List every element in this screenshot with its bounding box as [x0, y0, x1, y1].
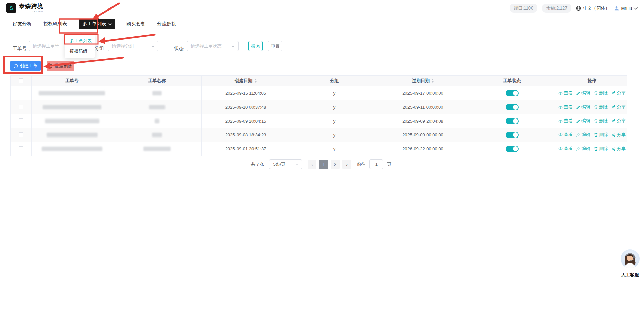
brand-logo: S 泰森跨境 TAISEN	[6, 3, 43, 13]
col-header-expire[interactable]: 过期日期	[379, 76, 467, 86]
share-link[interactable]: 分享	[611, 104, 626, 110]
order-filter-label: 工单号	[13, 43, 27, 53]
row-checkbox[interactable]	[19, 105, 23, 109]
eye-icon	[558, 133, 563, 137]
share-link[interactable]: 分享	[611, 146, 626, 152]
redacted-order-name	[143, 147, 171, 151]
top-header: S 泰森跨境 TAISEN 端口:1100 余额:2.127 中文（简体）	[0, 0, 644, 16]
redacted-order-no	[42, 147, 102, 151]
select-all-checkbox[interactable]	[19, 78, 23, 83]
next-page-button[interactable]: ›	[342, 160, 351, 169]
select-caret-icon	[151, 44, 155, 48]
user-icon	[614, 6, 619, 11]
delete-link[interactable]: 删除	[594, 90, 608, 96]
chevron-down-icon	[108, 22, 112, 25]
svg-text:S: S	[10, 5, 13, 11]
col-header-created[interactable]: 创建日期	[202, 76, 290, 86]
delete-link[interactable]: 删除	[594, 132, 608, 138]
trash-icon	[594, 147, 598, 151]
row-checkbox[interactable]	[19, 91, 23, 95]
share-link[interactable]: 分享	[611, 118, 626, 124]
nav-item-friend-analysis[interactable]: 好友分析	[13, 21, 32, 27]
status-toggle[interactable]	[506, 132, 519, 138]
chevron-down-icon	[634, 6, 638, 10]
group-value: y	[290, 142, 379, 156]
edit-link[interactable]: 编辑	[576, 118, 590, 124]
edit-link[interactable]: 编辑	[576, 90, 590, 96]
sort-icon[interactable]	[254, 78, 257, 84]
page-button-1[interactable]: 1	[319, 160, 328, 169]
group-filter-select[interactable]: 请选择分组	[108, 41, 158, 51]
status-toggle[interactable]	[506, 146, 519, 152]
trash-icon	[49, 64, 53, 68]
create-workorder-button[interactable]: 创建工单	[10, 61, 41, 71]
row-checkbox[interactable]	[19, 118, 23, 123]
pencil-icon	[576, 119, 580, 123]
search-button[interactable]: 搜索	[248, 41, 263, 51]
view-link[interactable]: 查看	[558, 146, 573, 152]
dropdown-item-workorder-list[interactable]: 多工单列表	[65, 36, 95, 46]
group-value: y	[290, 86, 379, 100]
group-value: y	[290, 100, 379, 114]
table-row: 2025-09-10 00:37:48 y 2025-09-11 00:00:0…	[11, 100, 627, 114]
share-link[interactable]: 分享	[611, 90, 626, 96]
expire-date: 2026-09-22 00:00:00	[379, 142, 467, 156]
goto-page-input[interactable]	[369, 159, 383, 169]
page-button-2[interactable]: 2	[331, 160, 340, 169]
share-icon	[611, 105, 616, 109]
eye-icon	[558, 147, 563, 151]
share-icon	[611, 133, 616, 137]
view-link[interactable]: 查看	[558, 132, 573, 138]
row-checkbox[interactable]	[19, 132, 23, 137]
delete-link[interactable]: 删除	[594, 118, 608, 124]
trash-icon	[594, 105, 598, 109]
brand-logo-icon: S	[6, 3, 16, 13]
username: MrLiu	[621, 6, 632, 11]
page-size-select[interactable]: 5条/页	[269, 159, 302, 169]
row-checkbox[interactable]	[19, 146, 23, 151]
redacted-order-no	[45, 119, 99, 123]
edit-link[interactable]: 编辑	[576, 146, 590, 152]
language-label: 中文（简体）	[583, 5, 609, 11]
reset-button[interactable]: 重置	[268, 41, 282, 51]
language-selector[interactable]: 中文（简体）	[576, 5, 609, 11]
nav-item-split-link[interactable]: 分流链接	[157, 21, 176, 27]
edit-link[interactable]: 编辑	[576, 104, 590, 110]
trash-icon	[594, 133, 598, 137]
dropdown-item-authcode-group[interactable]: 授权码组	[65, 46, 95, 56]
prev-page-button[interactable]: ‹	[308, 160, 316, 169]
pencil-icon	[576, 105, 580, 109]
view-link[interactable]: 查看	[558, 104, 573, 110]
page-unit-label: 页	[387, 161, 391, 167]
select-caret-icon	[295, 163, 298, 166]
eye-icon	[558, 105, 563, 109]
col-header-group: 分组	[290, 76, 379, 86]
status-toggle[interactable]	[506, 104, 519, 110]
main-nav: 好友分析 授权码列表 多工单列表 购买套餐 分流链接	[0, 16, 644, 32]
created-date: 2025-09-10 00:37:48	[202, 100, 290, 114]
created-date: 2025-09-09 20:04:15	[202, 114, 290, 128]
status-toggle[interactable]	[506, 90, 519, 96]
redacted-order-name	[152, 133, 162, 137]
status-toggle[interactable]	[506, 118, 519, 124]
customer-service-widget[interactable]: 人工客服	[619, 249, 641, 278]
view-link[interactable]: 查看	[558, 118, 573, 124]
sort-icon[interactable]	[431, 78, 434, 84]
status-filter-label: 状态	[174, 43, 184, 53]
batch-delete-button[interactable]: 批量删除	[47, 61, 74, 71]
total-count: 共 7 条	[251, 161, 264, 167]
nav-item-authcode-list[interactable]: 授权码列表	[43, 21, 67, 27]
delete-link[interactable]: 删除	[594, 104, 608, 110]
table-row: 2025-09-08 18:34:23 y 2025-09-09 00:00:0…	[11, 128, 627, 142]
delete-link[interactable]: 删除	[594, 146, 608, 152]
status-filter-select[interactable]: 请选择工单状态	[187, 41, 239, 51]
pencil-icon	[576, 133, 580, 137]
user-menu[interactable]: MrLiu	[614, 6, 637, 11]
col-header-order-name: 工单名称	[112, 76, 202, 86]
nav-item-workorder-list-active[interactable]: 多工单列表	[79, 19, 115, 29]
share-link[interactable]: 分享	[611, 132, 626, 138]
edit-link[interactable]: 编辑	[576, 132, 590, 138]
view-link[interactable]: 查看	[558, 90, 573, 96]
trash-icon	[594, 119, 598, 123]
nav-item-buy-package[interactable]: 购买套餐	[126, 21, 145, 27]
